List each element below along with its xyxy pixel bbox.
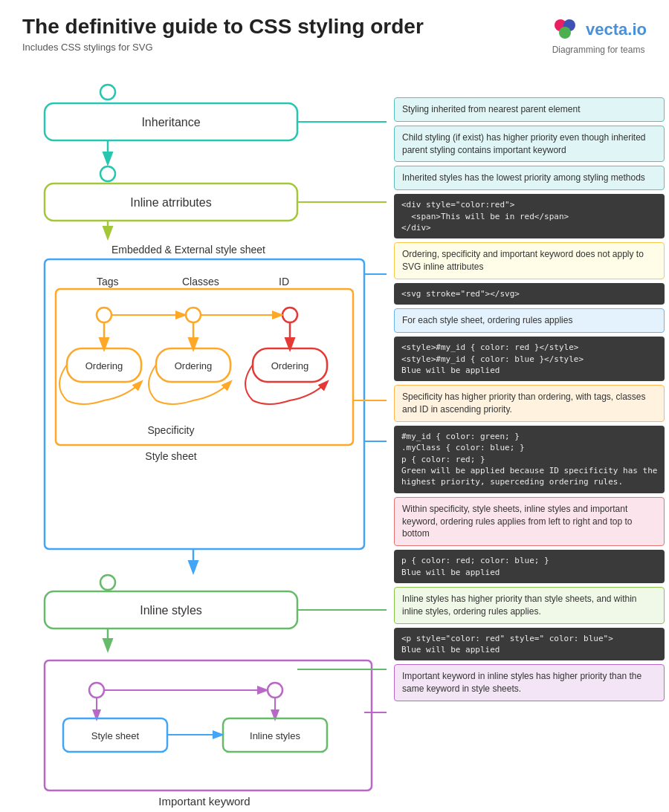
annotation-14: <p style="color: red" style=" color: blu… <box>394 628 665 661</box>
annotation-6: <svg stroke="red"></svg> <box>394 283 665 305</box>
logo-top: vecta.io <box>550 15 647 45</box>
svg-point-20 <box>97 308 112 322</box>
annotation-7: For each style sheet, ordering rules app… <box>394 308 665 333</box>
annotation-13: Inline styles has higher priority than s… <box>394 587 665 624</box>
main-content: Inheritance Inline atrributes Embedded &… <box>22 66 647 812</box>
svg-text:Classes: Classes <box>182 276 219 288</box>
annotation-2: Child styling (if exist) has higher prio… <box>394 126 665 163</box>
svg-text:Style sheet: Style sheet <box>91 730 140 741</box>
page-title: The definitive guide to CSS styling orde… <box>22 15 424 39</box>
svg-rect-44 <box>45 660 372 790</box>
annotation-1: Styling inherited from nearest parent el… <box>394 97 665 122</box>
annotation-4: <div style="color:red"> <span>This will … <box>394 194 665 238</box>
svg-text:Specificity: Specificity <box>147 424 194 436</box>
annotations-panel: Styling inherited from nearest parent el… <box>394 66 665 701</box>
logo-area: vecta.io Diagramming for teams <box>550 15 647 55</box>
annotation-9: Specificity has higher priority than ord… <box>394 385 665 422</box>
svg-text:Ordering: Ordering <box>85 360 123 371</box>
vecta-logo-icon <box>550 15 580 45</box>
svg-text:Style sheet: Style sheet <box>145 450 196 462</box>
svg-rect-14 <box>45 259 364 549</box>
logo-sub: Diagramming for teams <box>552 45 645 55</box>
svg-text:Ordering: Ordering <box>271 360 309 371</box>
diagram: Inheritance Inline atrributes Embedded &… <box>22 66 387 812</box>
annotation-11: Within specificity, style sheets, inline… <box>394 497 665 546</box>
annotation-3: Inherited styles has the lowest priority… <box>394 166 665 190</box>
annotation-8: <style>#my_id { color: red }</style> <st… <box>394 337 665 381</box>
svg-point-3 <box>100 85 115 100</box>
logo-text: vecta.io <box>586 20 647 39</box>
diagram-svg: Inheritance Inline atrributes Embedded &… <box>22 66 387 809</box>
svg-point-47 <box>268 683 282 698</box>
svg-text:ID: ID <box>279 276 289 288</box>
annotation-10: #my_id { color: green; } .myClass { colo… <box>394 426 665 493</box>
title-area: The definitive guide to CSS styling orde… <box>22 15 424 53</box>
annotation-15: Important keyword in inline styles has h… <box>394 664 665 701</box>
svg-point-8 <box>100 166 115 181</box>
svg-text:Inline styles: Inline styles <box>140 604 202 617</box>
svg-point-21 <box>186 308 201 322</box>
svg-text:Inheritance: Inheritance <box>141 116 200 129</box>
svg-text:Embedded & External style shee: Embedded & External style sheet <box>112 244 265 256</box>
svg-point-39 <box>100 575 115 590</box>
svg-point-2 <box>559 27 571 39</box>
annotation-5: Ordering, specificity and important keyw… <box>394 242 665 279</box>
svg-point-46 <box>89 683 104 698</box>
page: The definitive guide to CSS styling orde… <box>0 0 669 812</box>
header: The definitive guide to CSS styling orde… <box>22 15 647 55</box>
subtitle: Includes CSS stylings for SVG <box>22 42 424 53</box>
svg-point-22 <box>282 308 297 322</box>
svg-text:Inline atrributes: Inline atrributes <box>130 196 211 209</box>
svg-text:Inline styles: Inline styles <box>250 730 300 741</box>
svg-text:Important keyword: Important keyword <box>158 795 250 808</box>
svg-text:Tags: Tags <box>97 276 119 288</box>
annotation-12: p { color: red; color: blue; } Blue will… <box>394 550 665 583</box>
svg-text:Ordering: Ordering <box>175 360 213 371</box>
